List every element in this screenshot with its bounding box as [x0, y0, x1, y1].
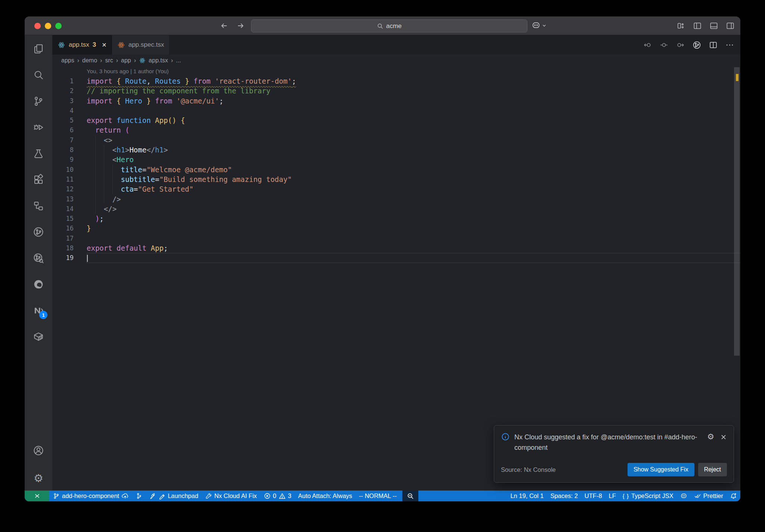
activity-item-commit-graph[interactable]	[25, 219, 52, 245]
status-item-git-branch[interactable]: add-hero-component	[49, 491, 132, 501]
next-change-button[interactable]	[676, 40, 685, 50]
code-line-6[interactable]: 6return (	[52, 125, 740, 135]
code-line-4[interactable]: 4	[52, 106, 740, 115]
activity-item-accounts[interactable]	[25, 438, 52, 463]
current-change-button[interactable]	[659, 40, 669, 50]
activity-item-nx-console[interactable]: 1	[25, 297, 52, 324]
token: cta	[121, 185, 134, 193]
token: }	[181, 77, 189, 85]
token: "Get Started"	[138, 185, 193, 193]
customize-layout-icon	[676, 21, 686, 31]
status-item-vim-mode[interactable]: -- NORMAL --	[356, 491, 400, 501]
indent-guide	[87, 194, 95, 204]
code-line-3[interactable]: 3import { Hero } from '@acme/ui';	[52, 96, 740, 106]
code-line-17[interactable]: 17	[52, 233, 740, 243]
token: return	[95, 126, 125, 134]
code-line-11[interactable]: 11subtitle="Build something amazing toda…	[52, 174, 740, 184]
breadcrumb-item[interactable]: src	[105, 57, 113, 64]
gitlens-graph-button[interactable]	[692, 40, 701, 50]
activity-item-containers[interactable]	[25, 324, 52, 350]
activity-item-search[interactable]	[25, 62, 52, 88]
activity-item-edge-browser[interactable]	[25, 271, 52, 297]
tab-app.spec.tsx[interactable]: app.spec.tsx	[112, 35, 170, 55]
more-actions-button[interactable]	[725, 40, 734, 50]
code-line-18[interactable]: 18export default App;	[52, 243, 740, 253]
code-line-8[interactable]: 8<h1>Home</h1>	[52, 145, 740, 155]
status-item-notifications-bell[interactable]	[727, 491, 740, 501]
token: import	[87, 97, 117, 105]
notification-settings-icon[interactable]: ⚙	[707, 433, 714, 441]
back-icon[interactable]	[220, 21, 229, 30]
status-item-formatter[interactable]: Prettier	[691, 491, 727, 501]
code-line-5[interactable]: 5export function App() {	[52, 115, 740, 125]
gutter	[74, 155, 87, 164]
activity-item-explorer[interactable]	[25, 36, 52, 62]
command-center-search[interactable]: acme	[251, 19, 527, 33]
code-line-19[interactable]: 19	[52, 253, 740, 263]
code-line-7[interactable]: 7<>	[52, 135, 740, 145]
tab-app.tsx[interactable]: app.tsx3✕	[52, 35, 112, 55]
toggle-secondary-sidebar-button[interactable]	[725, 21, 735, 31]
copilot-menu[interactable]	[531, 21, 547, 30]
zoom-window-button[interactable]	[55, 23, 62, 29]
token: >	[164, 146, 168, 154]
status-item-launchpad[interactable]: Launchpad	[146, 491, 202, 501]
status-item-encoding[interactable]: UTF-8	[581, 491, 606, 501]
activity-item-run-and-debug[interactable]	[25, 114, 52, 140]
breadcrumb-item[interactable]: demo	[82, 57, 97, 64]
code-line-16[interactable]: 16}	[52, 223, 740, 233]
copilot-icon	[531, 21, 541, 30]
split-editor-button[interactable]	[709, 40, 718, 50]
git-blame-lens[interactable]: You, 3 hours ago | 1 author (You)	[52, 66, 740, 76]
status-item-problems[interactable]: 03	[260, 491, 295, 501]
activity-item-settings[interactable]: ⚙	[25, 466, 52, 491]
line-content: />	[87, 194, 740, 204]
activity-item-project-hierarchy[interactable]	[25, 193, 52, 219]
show-suggested-fix-button[interactable]: Show Suggested Fix	[628, 463, 694, 476]
code-line-1[interactable]: 1import { Route, Routes } from 'react-ro…	[52, 76, 740, 86]
activity-item-testing[interactable]	[25, 140, 52, 167]
remote-indicator[interactable]	[25, 491, 49, 501]
activity-item-extensions[interactable]	[25, 167, 52, 193]
forward-icon[interactable]	[236, 21, 245, 30]
status-item-commit-graph[interactable]	[132, 491, 146, 501]
search-value: acme	[386, 22, 402, 30]
close-window-button[interactable]	[34, 23, 41, 29]
status-item-nx-cloud-ai-fix[interactable]: Nx Cloud AI Fix	[202, 491, 260, 501]
status-label: Ln 19, Col 1	[510, 492, 543, 499]
status-item-copilot-status[interactable]	[677, 491, 691, 501]
token: "Build something amazing today"	[159, 175, 292, 183]
activity-item-source-control[interactable]	[25, 88, 52, 114]
breadcrumb-item[interactable]: ...	[176, 57, 181, 64]
status-item-language-mode[interactable]: { }TypeScript JSX	[619, 491, 677, 501]
status-item-eol[interactable]: LF	[606, 491, 619, 501]
code-line-10[interactable]: 10title="Welcmoe @acme/demo"	[52, 165, 740, 174]
status-item-cursor-position[interactable]: Ln 19, Col 1	[507, 491, 547, 501]
minimize-window-button[interactable]	[45, 23, 51, 29]
breadcrumb-item[interactable]: apps	[61, 57, 74, 64]
toggle-panel-button[interactable]	[709, 21, 719, 31]
indent-guide	[104, 194, 112, 204]
breadcrumb-item[interactable]: app.tsx	[139, 57, 168, 64]
token: App	[151, 244, 164, 252]
breadcrumb-item[interactable]: app	[121, 57, 131, 64]
editor-scrollbar[interactable]	[734, 67, 740, 356]
reject-button[interactable]: Reject	[698, 463, 727, 476]
notification-close-icon[interactable]	[720, 434, 727, 440]
code-line-14[interactable]: 14</>	[52, 204, 740, 214]
status-item-zoom-indicator[interactable]	[402, 491, 418, 501]
code-line-13[interactable]: 13/>	[52, 194, 740, 204]
code-line-9[interactable]: 9<Hero	[52, 155, 740, 164]
activity-item-gitlens-inspect[interactable]	[25, 245, 52, 271]
previous-change-button[interactable]	[643, 40, 652, 50]
code-line-2[interactable]: 2// importing the component from the lib…	[52, 86, 740, 96]
code-line-12[interactable]: 12cta="Get Started"	[52, 184, 740, 194]
token: <	[112, 155, 117, 164]
status-item-indentation[interactable]: Spaces: 2	[547, 491, 581, 501]
toggle-primary-sidebar-button[interactable]	[692, 21, 702, 31]
status-item-auto-attach[interactable]: Auto Attach: Always	[295, 491, 356, 501]
indent-guide	[95, 155, 104, 164]
customize-layout-button[interactable]	[676, 21, 686, 31]
tab-close-icon[interactable]: ✕	[102, 41, 106, 49]
code-line-15[interactable]: 15);	[52, 214, 740, 223]
